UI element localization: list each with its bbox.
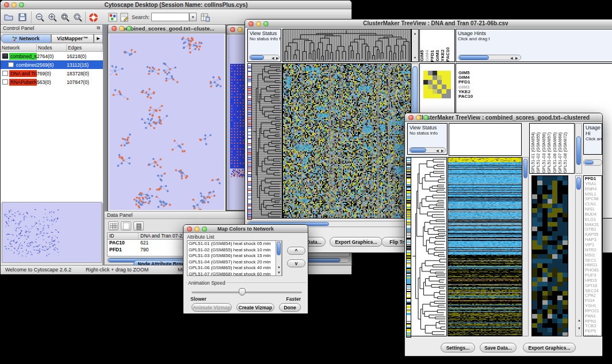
tv1-status-hscrollbar[interactable]: ◀ ▶ (249, 55, 280, 60)
scroll-left-icon[interactable]: ◀ (271, 56, 274, 60)
minimize-icon[interactable] (12, 2, 17, 7)
close-icon[interactable] (4, 2, 9, 7)
done-button[interactable]: Done (279, 303, 301, 312)
tv2-hints-hscrollbar[interactable] (583, 159, 602, 166)
attribute-list-item[interactable]: GPL51-03 (GSM856) heat shock 15 min (188, 253, 282, 259)
zoom-in-icon[interactable] (47, 12, 58, 22)
row-label[interactable]: GIM4 (458, 75, 612, 80)
tv1-row-dendrogram-panel[interactable] (251, 63, 282, 219)
scroll-down-icon[interactable]: ▼ (277, 271, 281, 274)
column-label[interactable]: GPL51-01 (GSM854) (530, 132, 536, 173)
scroll-up-icon[interactable]: ▲ (277, 265, 281, 269)
zoom-window-icon[interactable] (263, 21, 269, 26)
zoom-window-icon[interactable] (202, 227, 207, 232)
tv2-zoom-heatmap-panel[interactable] (531, 175, 568, 336)
network-list-row[interactable]: RNAPuberNov2+ 563(0) 107847(0) (1, 78, 103, 86)
table-mode-icon[interactable] (108, 221, 118, 231)
close-icon[interactable] (408, 115, 414, 120)
delete-attribute-icon[interactable] (133, 221, 144, 231)
tv2-settings-button[interactable]: Settings... (441, 343, 475, 352)
scroll-right-icon[interactable]: ▶ (515, 56, 518, 60)
tv2-row-dendrogram-panel[interactable] (411, 157, 447, 336)
row-label[interactable]: PFD1 (458, 80, 612, 85)
column-label[interactable]: PAC10 (446, 47, 451, 62)
main-titlebar[interactable]: Cytoscape Desktop (Session Name: collins… (1, 1, 351, 9)
minimize-icon[interactable] (194, 227, 200, 232)
tab-vizmapper[interactable]: VizMapper™ (51, 34, 94, 43)
row-dendrogram-canvas[interactable] (411, 158, 446, 336)
gene-label[interactable]: MON2 (585, 334, 602, 336)
network-list-row[interactable]: DNA and Tran 07 769(0) 183728(0) (1, 69, 103, 78)
float-panel-icon[interactable]: ⧉ (97, 25, 100, 32)
zoom-window-icon[interactable] (423, 115, 429, 120)
tv2-export-graphics-button[interactable]: Export Graphics... (523, 343, 576, 352)
help-lifering-icon[interactable] (88, 12, 98, 22)
create-vizmap-button[interactable]: Create Vizmap (236, 303, 274, 312)
window-controls[interactable] (4, 2, 24, 7)
row-label[interactable]: PAC10 (458, 94, 612, 99)
tv1-heatmap-panel[interactable] (282, 63, 411, 219)
close-icon[interactable] (187, 227, 192, 232)
dialog-titlebar[interactable]: Map Colors to Network (183, 225, 308, 233)
scroll-down-icon[interactable]: ▼ (577, 327, 581, 330)
annotation-icon[interactable] (119, 12, 129, 22)
attribute-list-vscrollbar[interactable]: ▲ ▼ (276, 240, 282, 276)
zoom-out-icon[interactable] (35, 12, 45, 22)
scroll-up-icon[interactable]: ▲ (577, 319, 581, 322)
minimize-icon[interactable] (119, 26, 124, 31)
open-icon[interactable] (3, 12, 14, 22)
zoom-window-icon[interactable] (127, 26, 132, 31)
scroll-right-icon[interactable]: ▶ (441, 149, 444, 152)
tv1-mini-scroll[interactable]: ▲ ▼ (411, 29, 419, 62)
row-dendrogram-canvas[interactable] (252, 64, 282, 218)
attribute-browser-icon[interactable] (200, 12, 211, 22)
column-label[interactable]: GPL51-03 (GSM856) (541, 132, 546, 173)
scroll-left-icon[interactable]: ◀ (510, 56, 513, 60)
row-label[interactable]: YKE2 (458, 90, 612, 94)
column-dendrogram-canvas[interactable] (283, 29, 411, 62)
column-label[interactable]: GPL51-07 (GSM868) (557, 132, 563, 173)
animate-vizmap-button[interactable]: Animate Vizmap (192, 303, 232, 312)
minimize-icon[interactable] (416, 115, 421, 120)
tv2-zoom-vscrollbar[interactable]: ▲ ▼ (575, 175, 582, 336)
close-icon[interactable] (230, 27, 235, 32)
attribute-list-item[interactable]: GPL51-04 (GSM857) heat shock 20 min (188, 259, 282, 266)
animation-speed-slider-thumb[interactable] (239, 288, 246, 296)
tab-overflow-icon[interactable]: ▶ (94, 34, 103, 43)
new-attribute-icon[interactable] (121, 221, 131, 231)
network-list-row[interactable]: combined_scores 2764(0) 16218(0) (1, 52, 103, 60)
scroll-up-icon[interactable]: ▲ (414, 32, 416, 35)
zoom-window-icon[interactable] (19, 2, 24, 7)
column-label[interactable]: GPL51-02 (GSM855) (536, 132, 541, 173)
scroll-right-icon[interactable]: ▶ (276, 56, 279, 60)
tv2-save-data-button[interactable]: Save Data... (480, 343, 517, 352)
tv2-status-hscrollbar[interactable]: ◀ ▶ (409, 147, 446, 153)
network-canvas[interactable] (109, 34, 224, 210)
close-icon[interactable] (248, 21, 254, 26)
tv1-column-dendrogram-panel[interactable] (282, 29, 411, 62)
heatmap-canvas[interactable] (448, 158, 522, 336)
network-list-row[interactable]: combined_sco 2569(6) 13112(15) (1, 60, 103, 69)
attribute-list-item[interactable]: GPL51-01 (GSM854) heat shock 05 min (188, 241, 282, 247)
attribute-list-item[interactable]: GPL51-06 (GSM865) heat shock 40 min (188, 265, 282, 271)
tv1-export-graphics-button[interactable]: Export Graphics... (330, 237, 382, 247)
zoom-heatmap-canvas[interactable] (532, 176, 568, 336)
scroll-down-icon[interactable]: ▼ (414, 56, 416, 59)
attribute-list-item[interactable]: GPL51-07 (GSM868) heat shock 60 min (188, 271, 282, 277)
heatmap-canvas[interactable] (283, 64, 411, 218)
column-label[interactable]: GPL51-08 (GSM872) (563, 132, 568, 173)
tab-network[interactable]: Network (1, 34, 51, 43)
tv1-titlebar[interactable]: ClusterMaker TreeView : DNA and Tran 07-… (245, 20, 612, 28)
column-label[interactable]: GPL51-06 (GSM865) (552, 132, 557, 173)
vizmapper-icon[interactable] (108, 12, 118, 22)
close-icon[interactable] (112, 26, 117, 31)
minimize-icon[interactable] (238, 27, 243, 32)
tv2-heatmap-panel[interactable] (447, 157, 522, 336)
summary-matrix-canvas[interactable] (423, 71, 451, 98)
row-label[interactable]: GIM5 (458, 71, 612, 75)
attribute-list-item[interactable]: GPL51-02 (GSM855) heat shock 10 min (188, 247, 282, 254)
move-down-button[interactable]: v (287, 259, 305, 267)
tv2-labels-vscrollbar[interactable] (575, 123, 582, 174)
minimize-icon[interactable] (256, 21, 261, 26)
network-list-header[interactable]: Network Nodes Edges (1, 44, 103, 52)
